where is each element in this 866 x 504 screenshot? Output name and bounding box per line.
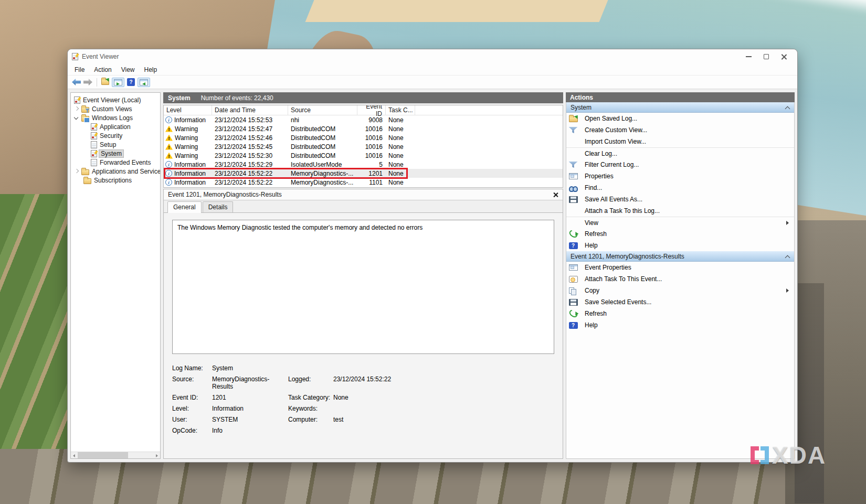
help-icon[interactable] [127, 78, 135, 86]
action-filter-current-log[interactable]: Filter Current Log... [566, 159, 794, 170]
action-pane-icon [140, 79, 148, 85]
save-icon [569, 299, 578, 306]
event-preview-pane: Event 1201, MemoryDiagnostics-Results Ge… [163, 189, 563, 459]
event-description[interactable]: The Windows Memory Diagnostic tested the… [172, 220, 554, 354]
close-button[interactable] [775, 51, 793, 62]
console-tree-panel: Event Viewer (Local) Custom Views Window… [70, 92, 161, 459]
expand-chevron-icon[interactable] [74, 106, 79, 112]
table-row[interactable]: Information 23/12/2024 15:52:22 MemoryDi… [164, 178, 563, 187]
column-header-source[interactable]: Source [288, 105, 357, 115]
field-value: 1201 [212, 394, 288, 401]
action-save-selected-events[interactable]: Save Selected Events... [566, 296, 794, 308]
action-save-all-events[interactable]: Save All Events As... [566, 194, 794, 205]
action-create-custom-view[interactable]: Create Custom View... [566, 124, 794, 136]
minimize-button[interactable] [740, 51, 757, 62]
actions-group-system[interactable]: System [566, 102, 794, 113]
action-attach-task-log[interactable]: Attach a Task To this Log... [566, 205, 794, 217]
forward-icon[interactable] [83, 79, 92, 85]
field-value: MemoryDiagnostics-Results [212, 376, 288, 390]
action-help[interactable]: Help [566, 240, 794, 251]
expand-chevron-icon[interactable] [74, 169, 79, 174]
log-icon [91, 141, 97, 148]
table-row-selected[interactable]: Information 23/12/2024 15:52:22 MemoryDi… [164, 169, 563, 178]
scroll-right-icon[interactable] [153, 452, 160, 458]
event-fields: Log Name: System Source: MemoryDiagnosti… [172, 364, 554, 434]
scrollbar-thumb[interactable] [78, 452, 128, 458]
menu-file[interactable]: File [70, 65, 89, 74]
preview-tabs: General Details [164, 200, 563, 212]
field-label: Source: [172, 376, 212, 390]
action-copy[interactable]: Copy [566, 285, 794, 296]
submenu-chevron-icon [786, 221, 789, 225]
tree-item-forwarded-events[interactable]: Forwarded Events [71, 158, 160, 167]
properties-icon [569, 173, 578, 179]
field-value [333, 405, 554, 412]
menu-help[interactable]: Help [140, 65, 162, 74]
table-row[interactable]: Warning 23/12/2024 15:52:45 DistributedC… [164, 142, 563, 151]
tree-item-subscriptions[interactable]: Subscriptions [71, 176, 160, 185]
collapse-group-icon[interactable] [786, 105, 790, 110]
tree-item-applications-services[interactable]: Applications and Services Lo [71, 167, 160, 176]
column-header-event-id[interactable]: Event ID [357, 105, 386, 115]
field-label: OpCode: [172, 427, 212, 434]
preview-title: Event 1201, MemoryDiagnostics-Results [168, 191, 282, 198]
title-bar[interactable]: Event Viewer [68, 49, 797, 64]
menu-view[interactable]: View [117, 65, 140, 74]
action-help-event[interactable]: Help [566, 319, 794, 331]
back-icon[interactable] [72, 79, 81, 85]
action-import-custom-view[interactable]: Import Custom View... [566, 136, 794, 147]
tree-item-event-viewer-local[interactable]: Event Viewer (Local) [71, 95, 160, 104]
tree-item-setup[interactable]: Setup [71, 140, 160, 149]
column-header-level[interactable]: Level [164, 105, 212, 115]
field-label: Log Name: [172, 364, 212, 372]
field-value: System [212, 364, 288, 372]
tree-item-windows-logs[interactable]: Windows Logs [71, 113, 160, 122]
xda-watermark: XDA [751, 443, 826, 467]
actions-group-event[interactable]: Event 1201, MemoryDiagnostics-Results [566, 251, 794, 262]
collapse-chevron-icon[interactable] [74, 115, 79, 121]
task-icon [569, 276, 578, 283]
maximize-button[interactable] [757, 51, 775, 62]
tree-item-custom-views[interactable]: Custom Views [71, 104, 160, 113]
refresh-icon [568, 308, 579, 319]
show-console-tree-button[interactable] [112, 78, 124, 87]
menu-action[interactable]: Action [89, 65, 116, 74]
collapse-group-icon[interactable] [786, 254, 790, 259]
show-action-pane-button[interactable] [138, 78, 150, 87]
action-attach-task-event[interactable]: Attach Task To This Event... [566, 273, 794, 285]
action-event-properties[interactable]: Event Properties [566, 262, 794, 273]
action-clear-log[interactable]: Clear Log... [566, 147, 794, 159]
selected-tree-item-label: System [99, 149, 124, 158]
column-header-date[interactable]: Date and Time [212, 105, 288, 115]
action-view[interactable]: View [566, 217, 794, 228]
folder-icon [81, 169, 89, 175]
tab-general[interactable]: General [167, 201, 202, 213]
close-preview-icon[interactable] [553, 192, 558, 198]
log-icon [91, 150, 97, 157]
tree-item-system[interactable]: System [71, 149, 160, 158]
table-row[interactable]: Warning 23/12/2024 15:52:46 DistributedC… [164, 133, 563, 142]
log-name: System [168, 94, 191, 102]
tab-details[interactable]: Details [203, 201, 234, 212]
console-tree-icon [114, 79, 122, 85]
action-refresh-event[interactable]: Refresh [566, 308, 794, 319]
open-saved-log-icon[interactable] [101, 79, 109, 85]
action-find[interactable]: Find... [566, 182, 794, 194]
field-label: User: [172, 416, 212, 423]
table-row[interactable]: Information 23/12/2024 15:52:29 Isolated… [164, 160, 563, 169]
column-header-task[interactable]: Task C... [386, 105, 415, 115]
field-label: Level: [172, 405, 212, 412]
table-row[interactable]: Warning 23/12/2024 15:52:47 DistributedC… [164, 124, 563, 133]
action-open-saved-log[interactable]: Open Saved Log... [566, 113, 794, 124]
action-refresh[interactable]: Refresh [566, 228, 794, 240]
tree-item-application[interactable]: Application [71, 122, 160, 131]
custom-views-folder-icon [81, 107, 89, 113]
action-properties[interactable]: Properties [566, 170, 794, 182]
help-icon [569, 322, 578, 329]
table-row[interactable]: Information 23/12/2024 15:52:53 nhi 9008… [164, 115, 563, 124]
folder-icon [83, 178, 91, 184]
scroll-left-icon[interactable] [71, 452, 78, 458]
tree-horizontal-scrollbar[interactable] [71, 452, 160, 458]
tree-item-security[interactable]: Security [71, 131, 160, 140]
table-row[interactable]: Warning 23/12/2024 15:52:30 DistributedC… [164, 151, 563, 160]
